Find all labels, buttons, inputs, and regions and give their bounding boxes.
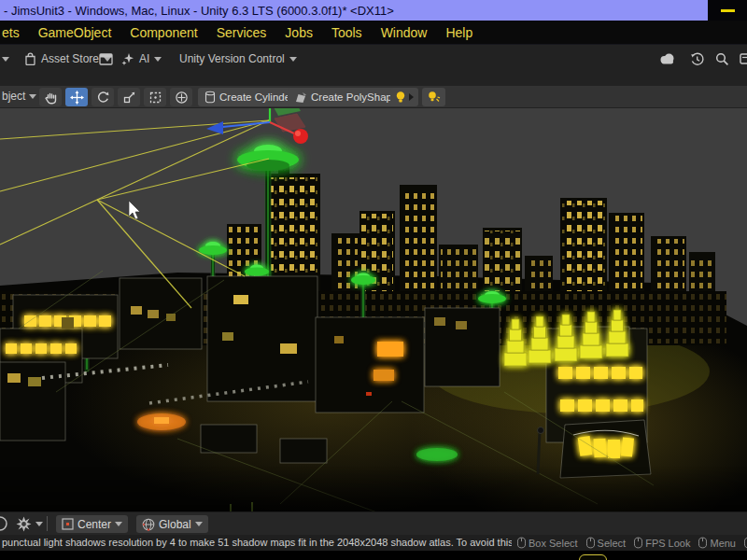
menu-item-services[interactable]: Services [207,25,276,40]
status-warning-message: punctual light shadows resolution by 4 t… [2,535,588,551]
create-polyshape-label: Create PolyShape [311,91,398,103]
layers-icon [740,52,747,65]
search-icon [715,52,729,66]
main-toolbar: Asset Store AI Unity Version Control [0,45,747,86]
create-cylinder-button[interactable]: Create Cylinder [198,88,301,106]
hint-menu: Menu [698,537,736,549]
mouse-icon [634,537,642,549]
layers-button-partial[interactable] [740,49,747,68]
window-titlebar[interactable]: - JimsUnit3 - Windows, Mac, Linux - Unit… [0,0,747,21]
light-settings-toggle[interactable] [422,88,445,106]
inbox-icon [99,53,113,65]
cloud-icon [658,52,676,65]
green-glow [416,448,458,461]
scene-view-toolbar: bject [0,86,747,108]
light-bulb-sparkle-icon [427,91,441,104]
scale-tool-button[interactable] [118,88,140,106]
rect-tool-button[interactable] [144,88,166,106]
cylinder-icon [204,91,216,104]
scene-render [0,108,747,535]
bottom-strip [0,551,747,560]
rect-tool-icon [148,91,162,105]
menu-item-component[interactable]: Component [120,25,206,40]
play-arrow-icon [409,93,414,101]
undo-history-button[interactable] [690,49,704,68]
menu-item-help[interactable]: Help [436,25,482,40]
camera-speed-pill-partial[interactable] [579,554,607,560]
mouse-icon [517,537,526,549]
asset-store-label: Asset Store [41,52,99,65]
orientation-dropdown[interactable]: Global [136,515,208,533]
shopping-bag-icon [24,52,36,65]
rotate-icon [96,91,110,105]
version-control-label: Unity Version Control [179,52,285,65]
mouse-icon [698,537,707,549]
scene-lighting-toggle[interactable] [390,88,418,106]
object-dropdown[interactable]: bject [2,90,36,103]
package-manager-button[interactable] [99,49,113,68]
pan-tool-button[interactable] [39,88,62,106]
menu-item-tools[interactable]: Tools [322,25,372,40]
pivot-center-icon [62,518,74,530]
tool-settings-overlay: Center Global [0,511,747,535]
version-control-dropdown[interactable]: Unity Version Control [179,49,297,68]
pivot-mode-dropdown[interactable]: Center [56,515,128,533]
menu-item-gameobject[interactable]: GameObject [29,25,121,40]
move-icon [70,91,84,105]
menu-item-window[interactable]: Window [372,25,437,40]
ai-dropdown[interactable]: AI [121,49,162,68]
search-button[interactable] [715,49,729,68]
status-bar[interactable]: punctual light shadows resolution by 4 t… [0,535,747,551]
debug-burst-icon[interactable] [16,516,32,532]
create-cylinder-label: Create Cylinder [219,91,294,103]
transform-tool-button[interactable] [170,88,192,106]
hand-icon [44,91,58,105]
separator [47,516,48,531]
cloud-button[interactable] [658,49,676,68]
account-dropdown-fragment[interactable] [2,49,9,68]
history-icon [690,52,704,66]
mouse-hints: Box Select Select FPS Look Menu [512,535,747,551]
mouse-icon [586,537,595,549]
scene-viewport[interactable] [0,108,747,535]
partial-circle-icon[interactable] [0,515,9,532]
unity-editor-window: - JimsUnit3 - Windows, Mac, Linux - Unit… [0,0,747,560]
menu-item-assets[interactable]: ets [0,25,29,40]
orientation-label: Global [159,518,191,531]
burst-dropdown-caret[interactable] [35,522,43,526]
light-bulb-icon [395,91,406,104]
scale-icon [122,91,136,105]
minimize-button[interactable] [708,0,747,21]
ai-label: AI [139,52,149,65]
polyshape-icon [294,91,307,104]
move-tool-button[interactable] [65,88,88,106]
hint-box-select: Box Select [517,537,578,549]
transform-icon [175,91,189,105]
menu-bar: ets GameObject Component Services Jobs T… [0,21,747,45]
window-title: - JimsUnit3 - Windows, Mac, Linux - Unit… [0,4,394,18]
create-polyshape-button[interactable]: Create PolyShape [288,88,404,106]
menu-item-jobs[interactable]: Jobs [275,25,322,40]
minimize-icon [721,9,735,12]
globe-icon [142,518,155,531]
hint-fps-look: FPS Look [634,537,690,549]
hint-select: Select [586,537,627,549]
object-dropdown-label: bject [2,90,25,103]
rotate-tool-button[interactable] [92,88,114,106]
pivot-mode-label: Center [78,518,111,531]
ai-sparkle-icon [121,52,134,65]
